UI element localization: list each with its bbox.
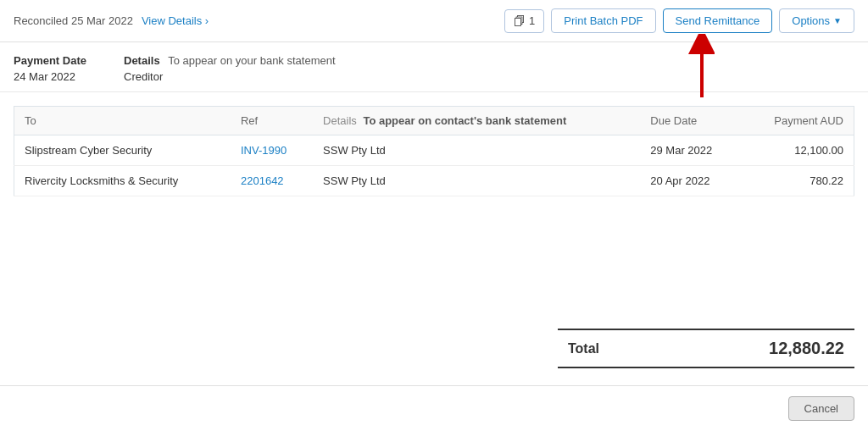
row1-to: Slipstream Cyber Security [14, 135, 231, 166]
row2-ref: 2201642 [231, 166, 313, 196]
details-col-label: Details [124, 54, 160, 67]
row1-ref: INV-1990 [231, 135, 313, 166]
send-remittance-button[interactable]: Send Remittance [663, 8, 773, 33]
row1-due-date: 29 Mar 2022 [640, 135, 742, 166]
view-details-link[interactable]: View Details › [142, 14, 209, 27]
copy-badge-button[interactable]: 🗍 1 [504, 9, 544, 33]
page-wrapper: Reconciled 25 Mar 2022 View Details › 🗍 … [0, 0, 868, 431]
row1-ref-link[interactable]: INV-1990 [241, 144, 287, 157]
row1-details: SSW Pty Ltd [313, 135, 640, 166]
col-to: To [14, 107, 231, 135]
options-label: Options [792, 14, 830, 27]
col-payment-aud: Payment AUD [743, 107, 854, 135]
row2-to: Rivercity Locksmiths & Security [14, 166, 231, 196]
details-header-subtext: To appear on contact's bank statement [363, 114, 566, 127]
total-label: Total [568, 341, 599, 356]
payment-details-value: Creditor [124, 70, 163, 83]
total-box: Total 12,880.22 [558, 329, 854, 368]
header-left: Reconciled 25 Mar 2022 View Details › [14, 14, 209, 27]
table-section: To Ref Details To appear on contact's ba… [0, 92, 868, 329]
payment-info-section: Payment Date Details To appear on your b… [0, 42, 868, 92]
reconciled-text: Reconciled 25 Mar 2022 [14, 14, 133, 27]
row2-due-date: 20 Apr 2022 [640, 166, 742, 196]
col-due-date: Due Date [640, 107, 742, 135]
header-right: 🗍 1 Print Batch PDF Send Remittance Opti… [504, 8, 854, 33]
row2-details: SSW Pty Ltd [313, 166, 640, 196]
table-row: Slipstream Cyber Security INV-1990 SSW P… [14, 135, 854, 166]
table-row: Rivercity Locksmiths & Security 2201642 … [14, 166, 854, 196]
details-header-label: Details [323, 114, 357, 127]
row2-ref-link[interactable]: 2201642 [241, 174, 284, 187]
details-col-header: Details To appear on your bank statement [124, 54, 336, 67]
payment-info-header: Payment Date Details To appear on your b… [14, 54, 854, 67]
total-value: 12,880.22 [769, 339, 844, 358]
row1-payment: 12,100.00 [743, 135, 854, 166]
details-col-subtext: To appear on your bank statement [168, 54, 335, 67]
row2-payment: 780.22 [743, 166, 854, 196]
table-header-row: To Ref Details To appear on contact's ba… [14, 107, 854, 135]
options-button[interactable]: Options ▼ [779, 8, 854, 33]
header-bar: Reconciled 25 Mar 2022 View Details › 🗍 … [0, 0, 868, 42]
total-section: Total 12,880.22 [0, 329, 868, 368]
copy-icon: 🗍 [514, 14, 526, 28]
print-batch-pdf-button[interactable]: Print Batch PDF [551, 8, 655, 33]
payment-date-col-label: Payment Date [14, 54, 107, 67]
chevron-down-icon: ▼ [833, 16, 842, 25]
payments-table: To Ref Details To appear on contact's ba… [14, 106, 854, 196]
copy-count: 1 [529, 14, 535, 27]
col-ref: Ref [231, 107, 313, 135]
payment-date-value: 24 Mar 2022 [14, 70, 107, 83]
col-details: Details To appear on contact's bank stat… [313, 107, 640, 135]
payment-info-row: 24 Mar 2022 Creditor [14, 70, 854, 83]
footer-bar: Cancel [0, 385, 868, 431]
cancel-button[interactable]: Cancel [788, 396, 854, 421]
